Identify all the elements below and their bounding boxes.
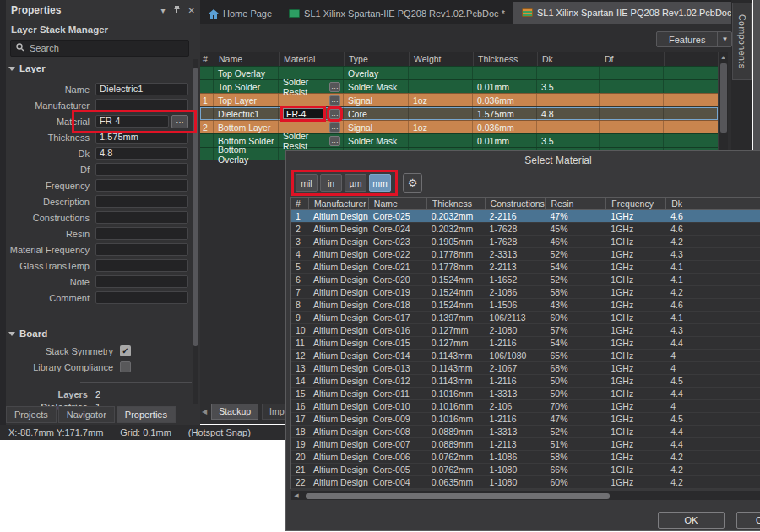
panel-menu-icon[interactable]: ▾: [161, 6, 166, 15]
layer-section-header[interactable]: Layer: [8, 63, 46, 73]
manufacturer-field[interactable]: [95, 99, 188, 111]
material-row-core-007[interactable]: 19Altium DesignerCore-0070.0889mm1-21135…: [291, 438, 760, 451]
df-field[interactable]: [95, 163, 188, 176]
stack-table-scrollbar[interactable]: ▲: [718, 52, 728, 160]
ellipsis-button[interactable]: …: [171, 115, 188, 128]
material-row-core-010[interactable]: 16Altium DesignerCore-0100.1016mm2-10670…: [291, 400, 760, 413]
ellipsis-button[interactable]: …: [329, 122, 340, 133]
tab-sl1-xilinx-spartan-i[interactable]: SL1 Xilinx Spartan-IIE PQ208 Rev1.02.Pcb…: [513, 2, 760, 24]
material-cell-dk: 4.2: [665, 236, 760, 247]
material-row-core-008[interactable]: 18Altium DesignerCore-0080.0889mm1-33135…: [291, 426, 760, 438]
close-icon[interactable]: ✕: [188, 6, 195, 15]
material-field[interactable]: FR-4: [95, 115, 169, 128]
unit-button-in[interactable]: in: [320, 174, 342, 192]
frequency-field[interactable]: [95, 179, 188, 192]
ellipsis-button[interactable]: …: [329, 95, 340, 106]
panel-tab-projects[interactable]: Projects: [6, 406, 57, 423]
stack-row-bottom-layer[interactable]: 2Bottom Layer…Signal1oz0.036mm: [200, 120, 718, 133]
description-field[interactable]: [95, 195, 188, 208]
search-input[interactable]: Search: [10, 40, 189, 57]
ellipsis-button[interactable]: …: [329, 109, 340, 119]
material-row-core-025[interactable]: 1Altium DesignerCore-0250.2032mm2-211647…: [291, 210, 760, 223]
field-label: Constructions: [6, 213, 95, 223]
unit-button-mm[interactable]: mm: [369, 174, 391, 192]
stack-row-dielectric1[interactable]: Dielectric1FR-4…Core1.575mm4.8: [200, 106, 718, 120]
settings-button[interactable]: ⚙: [403, 173, 422, 193]
material-cell-constructions: 106/2113: [485, 312, 546, 323]
material-row-core-011[interactable]: 15Altium DesignerCore-0110.1016mm1-33135…: [291, 388, 760, 400]
material-row-core-004[interactable]: 22Altium DesignerCore-0040.0635mm1-10806…: [291, 476, 760, 489]
field-row-note: Note: [6, 274, 188, 290]
material-cell--: 7: [291, 286, 308, 298]
dialog-title-bar[interactable]: Select Material: [286, 151, 760, 170]
material-row-core-012[interactable]: 14Altium DesignerCore-0120.1143mm1-21165…: [291, 375, 760, 388]
tab-stackup[interactable]: Stackup: [211, 404, 258, 420]
tab-home-page[interactable]: Home Page: [200, 3, 280, 24]
field-label: Note: [6, 277, 95, 287]
glasstranstemp-field[interactable]: [95, 259, 188, 272]
cancel-button[interactable]: Cancel: [736, 512, 760, 529]
material-row-core-019[interactable]: 7Altium DesignerCore-0190.1524mm2-108658…: [291, 286, 760, 299]
name-field[interactable]: Dielectric1: [95, 83, 188, 95]
components-panel-tab[interactable]: Components: [732, 3, 752, 80]
stack-symmetry-checkbox[interactable]: ✓: [120, 345, 131, 356]
panel-scrollbar[interactable]: [193, 59, 198, 404]
dk-field[interactable]: 4.8: [95, 147, 188, 160]
features-dropdown-button[interactable]: ▼: [717, 32, 731, 46]
scrollbar-thumb[interactable]: [720, 63, 727, 133]
checkbox-row-library-compliance: Library Compliance: [6, 359, 188, 375]
resin-field[interactable]: [95, 227, 188, 240]
field-label: Df: [6, 165, 95, 175]
material-cell-frequency: 1GHz: [605, 210, 665, 222]
material-row-core-006[interactable]: 20Altium DesignerCore-0060.0762mm1-10865…: [291, 451, 760, 464]
scroll-left-icon[interactable]: ◀: [291, 492, 301, 499]
stack-row-top-overlay[interactable]: Top OverlayOverlay: [200, 66, 718, 79]
material-row-core-013[interactable]: 13Altium DesignerCore-0130.1143mm2-10676…: [291, 362, 760, 375]
library-compliance-checkbox[interactable]: [120, 361, 131, 372]
material-row-core-023[interactable]: 3Altium DesignerCore-0230.1905mm1-762846…: [291, 236, 760, 248]
material-edit-text: FR-4: [286, 109, 306, 119]
material-row-core-016[interactable]: 10Altium DesignerCore-0160.127mm2-108057…: [291, 324, 760, 337]
material-row-core-020[interactable]: 6Altium DesignerCore-0200.1524mm1-165252…: [291, 274, 760, 286]
material-row-core-009[interactable]: 17Altium DesignerCore-0090.1016mm1-21164…: [291, 413, 760, 426]
material-rows: 1Altium DesignerCore-0250.2032mm2-211647…: [291, 210, 760, 489]
material-row-core-022[interactable]: 4Altium DesignerCore-0220.1778mm2-331352…: [291, 248, 760, 261]
ellipsis-button[interactable]: …: [329, 82, 340, 92]
scroll-up-icon[interactable]: ▲: [719, 52, 728, 62]
pin-icon[interactable]: [173, 5, 181, 15]
material-table-hscrollbar[interactable]: ◀: [291, 491, 760, 500]
material-cell--: 11: [291, 337, 308, 349]
note-field[interactable]: [95, 275, 188, 288]
stack-row-top-solder[interactable]: Top SolderSolder Resist…Solder Mask0.01m…: [200, 79, 718, 93]
material-row-core-018[interactable]: 8Altium DesignerCore-0180.1524mm1-150643…: [291, 299, 760, 312]
material-edit-field[interactable]: FR-4: [283, 108, 323, 119]
comment-field[interactable]: [95, 291, 188, 304]
ellipsis-button[interactable]: …: [329, 136, 340, 146]
material-row-core-014[interactable]: 12Altium DesignerCore-0140.1143mm106/108…: [291, 350, 760, 362]
material-row-core-024[interactable]: 2Altium DesignerCore-0240.2032mm1-762845…: [291, 223, 760, 236]
ok-button[interactable]: OK: [658, 512, 725, 529]
stack-row-top-layer[interactable]: 1Top Layer…Signal1oz0.036mm: [200, 93, 718, 106]
panel-tab-navigator[interactable]: Navigator: [58, 406, 115, 423]
features-button[interactable]: Features ▼: [656, 31, 732, 47]
material-row-core-017[interactable]: 9Altium DesignerCore-0170.1397mm106/2113…: [291, 312, 760, 324]
material-row-core-015[interactable]: 11Altium DesignerCore-0150.127mm1-211654…: [291, 337, 760, 350]
thickness-field[interactable]: 1.575mm: [95, 131, 188, 144]
scroll-left-icon[interactable]: ◀: [202, 408, 207, 415]
scrollbar-thumb[interactable]: [306, 493, 610, 499]
material-cell-frequency: 1GHz: [605, 324, 665, 336]
board-section-header[interactable]: Board: [8, 328, 47, 339]
constructions-field[interactable]: [95, 211, 188, 224]
field-label: Description: [6, 197, 95, 207]
material-frequency-field[interactable]: [95, 243, 188, 256]
material-row-core-005[interactable]: 21Altium DesignerCore-0050.0762mm1-10806…: [291, 464, 760, 476]
material-row-core-021[interactable]: 5Altium DesignerCore-0210.1778mm2-211354…: [291, 261, 760, 274]
tab-label: SL1 Xilinx Spartan-IIE PQ208 Rev1.02.Pcb…: [537, 8, 760, 18]
scrollbar-thumb[interactable]: [193, 68, 198, 346]
panel-tab-properties[interactable]: Properties: [117, 406, 176, 423]
material-cell-dk: 4.3: [665, 248, 760, 260]
material-cell-resin: 46%: [545, 236, 605, 247]
tab-sl1-xilinx-spartan-i[interactable]: SL1 Xilinx Spartan-IIE PQ208 Rev1.02.Pcb…: [280, 3, 513, 24]
unit-button-mil[interactable]: mil: [296, 174, 318, 192]
unit-button-um[interactable]: µm: [345, 174, 366, 192]
